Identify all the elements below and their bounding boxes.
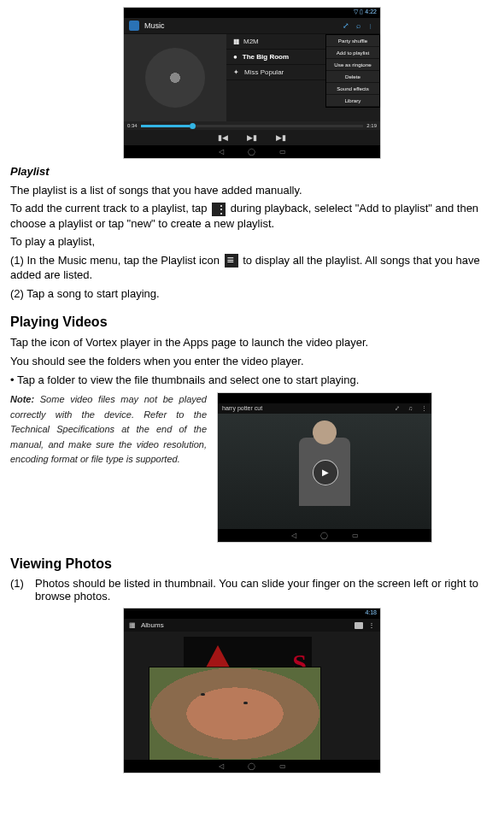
time-current: 0:34 (127, 123, 138, 128)
gallery-icon: ▦ (129, 621, 136, 629)
menu-item: Party shuffle (326, 35, 379, 47)
playlist-heading: Playlist (10, 164, 494, 179)
note-body: Some video files may not be played corre… (10, 394, 207, 464)
next-icon: ▶▮ (276, 133, 286, 142)
photos-step1: (1) Photos should be listed in thumbnail… (10, 577, 494, 603)
android-status-bar (218, 393, 431, 403)
playlist-add: To add the current track to a playlist, … (10, 201, 494, 231)
menu-item: Delete (326, 71, 379, 83)
time-total: 2:19 (366, 123, 377, 128)
app-title-bar: Music ⤢ ⌕ ⋮ (124, 18, 380, 34)
prev-icon: ▮◀ (218, 133, 228, 142)
playlist-step2: (2) Tap a song to start playing. (10, 286, 494, 302)
overflow-menu-icon: ⋮ (368, 621, 375, 629)
playlist-step1: (1) In the Music menu, tap the Playlist … (10, 253, 494, 283)
share-icon: ⤢ (395, 405, 400, 412)
recent-icon: ▭ (279, 762, 286, 770)
app-title: Music (144, 21, 165, 30)
step-number: (1) (10, 577, 28, 603)
thumb-detail (243, 702, 248, 704)
photo-thumb (149, 667, 320, 760)
videos-heading: Playing Videos (10, 315, 494, 330)
video-row: Note: Some video files may not be played… (10, 392, 494, 543)
menu-item: Library (326, 95, 379, 107)
android-status-bar: ▽ ▯ 4:22 (124, 8, 380, 18)
progress-thumb (190, 123, 196, 129)
thumb-graphic (205, 645, 231, 669)
menu-item: Sound effects (326, 83, 379, 95)
overflow-menu-icon: ⋮ (421, 405, 427, 412)
playlist-icon (225, 254, 238, 268)
player-body: ▮▮ M2M ● The Big Room ✦ Miss Popular Par… (124, 34, 380, 121)
playback-controls: ▮◀ ▶▮ ▶▮ (124, 130, 380, 145)
title-action-icons: ⤢ ⌕ ⋮ (343, 21, 375, 30)
context-menu: Party shuffle Add to playlist Use as rin… (325, 34, 380, 108)
disc-icon (145, 48, 205, 108)
track-name: The Big Room (243, 53, 289, 61)
video-frame (218, 414, 431, 529)
android-nav-bar: ◁ ◯ ▭ (124, 760, 380, 773)
video-file-title: harry potter cut (222, 405, 262, 412)
current-icon: ● (233, 53, 237, 61)
home-icon: ◯ (320, 532, 328, 539)
back-icon: ◁ (219, 148, 224, 156)
back-icon: ◁ (291, 532, 296, 539)
play-icon: ▶▮ (247, 133, 257, 142)
home-icon: ◯ (248, 148, 255, 156)
recent-icon: ▭ (352, 532, 359, 539)
progress-bar (141, 125, 364, 127)
android-nav-bar: ◁ ◯ ▭ (218, 529, 431, 542)
playlist-play-lead: To play a playlist, (10, 234, 494, 250)
overflow-menu-icon (212, 203, 226, 216)
screenshot-video-player: harry potter cut ⤢ ♫ ⋮ ◁ ◯ ▭ (217, 392, 432, 543)
album-art (124, 34, 226, 121)
back-icon: ◁ (219, 762, 224, 770)
camera-icon (355, 622, 363, 629)
videos-p1: Tap the icon of Vortex player in the App… (10, 335, 494, 350)
video-note: Note: Some video files may not be played… (10, 392, 207, 467)
android-nav-bar: ◁ ◯ ▭ (124, 145, 380, 158)
playlist-intro: The playlist is a list of songs that you… (10, 183, 494, 198)
video-title-bar: harry potter cut ⤢ ♫ ⋮ (218, 403, 431, 414)
screenshot-music-player: ▽ ▯ 4:22 Music ⤢ ⌕ ⋮ ▮▮ M2M ● The Big Ro… (123, 7, 381, 159)
menu-item: Use as ringtone (326, 59, 379, 71)
menu-item: Add to playlist (326, 47, 379, 59)
android-status-bar: 4:18 (124, 609, 380, 619)
home-icon: ◯ (248, 762, 255, 770)
track-name: M2M (243, 38, 259, 45)
play-circle-icon (313, 460, 338, 485)
recent-icon: ▭ (279, 148, 286, 156)
photos-p1: Photos should be listed in thumbnail. Yo… (35, 577, 494, 603)
photos-heading: Viewing Photos (10, 556, 494, 572)
progress-row: 0:34 2:19 (124, 121, 380, 130)
screenshot-gallery: 4:18 ▦ Albums ⋮ S ◁ ◯ ▭ (123, 608, 381, 773)
pause-icon: ▮▮ (233, 38, 238, 45)
playlist-add-pre: To add the current track to a playlist, … (10, 202, 210, 215)
gallery-header: ▦ Albums ⋮ (124, 619, 380, 632)
music-icon (129, 21, 139, 31)
videos-p3: • Tap a folder to view the file thumbnai… (10, 373, 494, 388)
star-icon: ✦ (233, 68, 239, 76)
gallery-title: Albums (141, 621, 164, 629)
thumb-detail (201, 693, 205, 696)
playlist-step1-pre: (1) In the Music menu, tap the Playlist … (10, 254, 223, 267)
gallery-body: S (124, 632, 380, 760)
note-label: Note: (10, 394, 34, 404)
track-name: Miss Popular (244, 68, 284, 76)
progress-fill (141, 125, 190, 127)
audio-icon: ♫ (408, 405, 413, 412)
videos-p2: You should see the folders when you ente… (10, 354, 494, 369)
